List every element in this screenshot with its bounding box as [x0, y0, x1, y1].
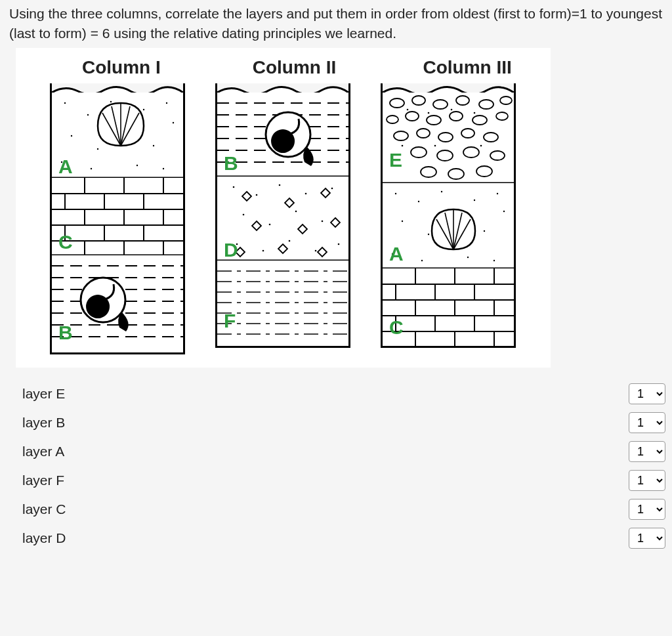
svg-point-14: [163, 168, 164, 169]
svg-point-57: [256, 194, 258, 196]
answer-label: layer F: [22, 471, 64, 490]
answer-select-A[interactable]: 123456: [629, 441, 665, 462]
label-col3-E: E: [389, 146, 402, 175]
svg-point-117: [497, 193, 498, 194]
svg-point-59: [305, 193, 307, 195]
label-col1-C: C: [58, 228, 73, 257]
svg-point-62: [269, 224, 271, 226]
answer-list: layer E 123456 layer B 123456 layer A 12…: [9, 379, 663, 553]
svg-point-116: [474, 200, 475, 201]
svg-point-103: [476, 166, 492, 177]
answer-row-E: layer E 123456: [9, 379, 672, 408]
answer-label: layer C: [22, 499, 66, 519]
svg-point-12: [91, 168, 92, 169]
svg-point-9: [153, 145, 154, 146]
answer-label: layer E: [22, 384, 65, 404]
svg-point-10: [173, 122, 174, 123]
svg-point-84: [479, 100, 494, 109]
svg-point-56: [233, 186, 235, 188]
svg-point-66: [262, 250, 264, 252]
svg-point-2: [87, 114, 89, 116]
svg-point-89: [450, 112, 463, 121]
label-col2-B: B: [224, 149, 238, 178]
svg-point-121: [503, 211, 505, 212]
svg-point-125: [494, 260, 495, 261]
question-prompt: Using the three columns, correlate the l…: [9, 4, 663, 44]
svg-point-110: [480, 145, 482, 147]
svg-point-100: [490, 151, 505, 160]
svg-point-109: [434, 145, 436, 147]
svg-point-60: [331, 188, 333, 190]
svg-point-114: [418, 201, 419, 202]
svg-point-3: [110, 101, 112, 102]
svg-point-6: [71, 135, 72, 137]
svg-point-81: [412, 96, 425, 105]
svg-rect-71: [217, 261, 348, 346]
answer-select-F[interactable]: 123456: [629, 470, 665, 491]
svg-point-83: [456, 96, 469, 105]
label-col2-D: D: [224, 236, 238, 265]
svg-point-93: [417, 129, 430, 138]
answer-row-A: layer A 123456: [9, 437, 672, 466]
svg-point-104: [407, 109, 409, 111]
svg-point-92: [394, 131, 408, 140]
column-1-title: Column I: [50, 54, 193, 81]
svg-point-69: [338, 244, 340, 245]
svg-point-90: [472, 116, 487, 125]
svg-point-101: [421, 167, 436, 177]
svg-point-13: [136, 165, 138, 166]
svg-point-86: [387, 116, 398, 123]
column-1: A C B: [50, 83, 185, 354]
column-3: E A C: [381, 83, 516, 348]
svg-point-1: [64, 102, 66, 104]
svg-point-68: [315, 250, 317, 252]
svg-point-107: [474, 112, 476, 114]
answer-label: layer B: [22, 413, 65, 433]
label-col1-A: A: [58, 152, 73, 181]
svg-point-5: [166, 102, 167, 104]
svg-point-85: [500, 96, 512, 104]
answer-select-B[interactable]: 123456: [629, 412, 665, 433]
label-col3-A: A: [389, 240, 404, 268]
svg-point-95: [461, 129, 474, 138]
svg-point-99: [463, 147, 479, 158]
svg-point-120: [484, 230, 485, 232]
column-3-title: Column III: [396, 54, 539, 81]
svg-point-7: [97, 148, 98, 150]
svg-point-97: [411, 147, 427, 158]
answer-select-D[interactable]: 123456: [629, 528, 665, 549]
column-2-title: Column II: [223, 54, 366, 81]
stratigraphy-diagram: Column I Column II Column III: [16, 48, 551, 368]
svg-point-105: [428, 112, 430, 114]
svg-point-82: [433, 100, 448, 109]
svg-point-80: [390, 98, 404, 108]
svg-point-98: [437, 150, 453, 161]
svg-point-119: [428, 234, 429, 235]
svg-point-91: [496, 112, 508, 120]
svg-point-115: [441, 191, 442, 192]
svg-point-94: [438, 133, 453, 142]
svg-point-118: [402, 221, 403, 222]
label-col1-B: B: [58, 318, 73, 347]
svg-point-102: [448, 169, 464, 179]
svg-point-64: [322, 221, 324, 223]
svg-point-124: [467, 257, 469, 258]
svg-point-106: [451, 109, 453, 111]
svg-point-113: [395, 193, 396, 194]
svg-point-61: [243, 214, 245, 216]
label-col3-C: C: [389, 313, 404, 342]
answer-select-C[interactable]: 123456: [629, 499, 665, 520]
answer-row-C: layer C 123456: [9, 495, 672, 524]
answer-row-D: layer D 123456: [9, 524, 672, 553]
answer-row-B: layer B 123456: [9, 408, 672, 437]
label-col2-F: F: [224, 307, 236, 335]
answer-label: layer A: [22, 442, 64, 461]
answer-select-E[interactable]: 123456: [629, 383, 665, 404]
column-2: B D F: [215, 83, 350, 348]
svg-point-67: [289, 240, 291, 242]
svg-point-123: [421, 260, 423, 261]
svg-point-63: [295, 211, 297, 213]
svg-point-88: [427, 116, 441, 125]
svg-point-4: [143, 109, 144, 110]
svg-point-58: [279, 184, 281, 186]
